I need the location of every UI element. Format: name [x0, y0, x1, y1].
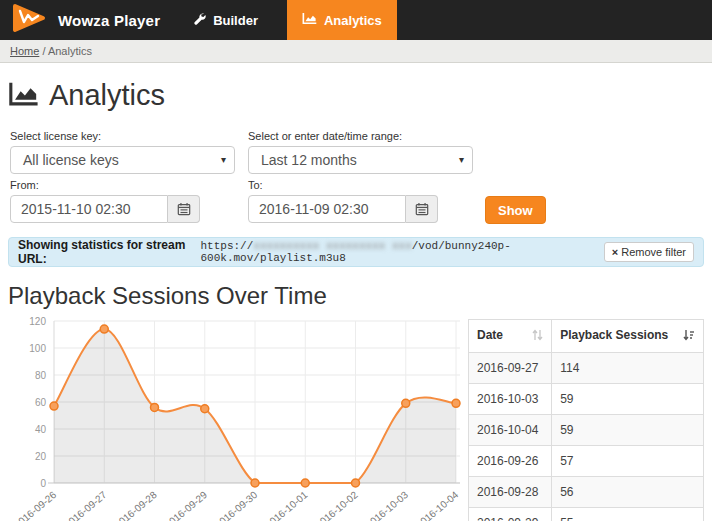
svg-text:2016-10-01: 2016-10-01 — [263, 489, 310, 521]
cell-date: 2016-10-03 — [469, 384, 552, 415]
area-chart-icon — [8, 81, 39, 111]
to-calendar-button[interactable] — [406, 195, 438, 223]
sort-both-icon — [532, 329, 543, 344]
license-key-select[interactable]: All license keys ▾ — [10, 146, 235, 174]
svg-text:2016-09-30: 2016-09-30 — [213, 489, 260, 521]
page-title-text: Analytics — [49, 79, 165, 112]
chevron-down-icon: ▾ — [221, 147, 226, 173]
date-range-select[interactable]: Last 12 months ▾ — [248, 146, 473, 174]
playback-sessions-chart: 0204060801001202016-09-262016-09-272016-… — [8, 315, 464, 521]
svg-text:2016-09-28: 2016-09-28 — [113, 489, 160, 521]
breadcrumb: Home / Analytics — [0, 40, 712, 63]
license-key-label: Select license key: — [10, 130, 235, 142]
breadcrumb-separator: / — [39, 45, 48, 57]
svg-text:2016-10-03: 2016-10-03 — [364, 489, 411, 521]
table-row: 2016-10-0459 — [469, 415, 704, 446]
breadcrumb-current: Analytics — [48, 45, 92, 57]
from-calendar-button[interactable] — [168, 195, 200, 223]
cell-date: 2016-09-26 — [469, 446, 552, 477]
cell-date: 2016-09-29 — [469, 508, 552, 521]
cell-sessions: 55 — [552, 508, 704, 521]
show-button[interactable]: Show — [485, 196, 546, 224]
sort-desc-icon — [683, 329, 695, 344]
svg-text:2016-09-29: 2016-09-29 — [163, 489, 210, 521]
sessions-table-body: 2016-09-271142016-10-03592016-10-0459201… — [469, 353, 704, 521]
cell-date: 2016-09-28 — [469, 477, 552, 508]
cell-sessions: 114 — [552, 353, 704, 384]
stream-url: https://xxxxxxxxxx xxxxxxxxx xxx/vod/bun… — [201, 240, 604, 264]
cell-sessions: 59 — [552, 415, 704, 446]
svg-text:2016-09-26: 2016-09-26 — [12, 489, 59, 521]
svg-text:80: 80 — [35, 370, 47, 381]
cell-date: 2016-09-27 — [469, 353, 552, 384]
svg-text:100: 100 — [29, 343, 46, 354]
wowza-logo-icon — [12, 3, 46, 37]
cell-date: 2016-10-04 — [469, 415, 552, 446]
from-date-input[interactable] — [10, 195, 168, 223]
chevron-down-icon: ▾ — [459, 147, 464, 173]
date-range-label: Select or enter date/time range: — [248, 130, 473, 142]
table-row: 2016-09-2856 — [469, 477, 704, 508]
cell-sessions: 59 — [552, 384, 704, 415]
sessions-table-wrap: Date Playback Sessio — [468, 319, 704, 521]
date-range-value: Last 12 months — [261, 152, 357, 168]
svg-text:2016-10-02: 2016-10-02 — [314, 489, 361, 521]
cell-sessions: 56 — [552, 477, 704, 508]
remove-filter-button[interactable]: ×Remove filter — [604, 242, 694, 262]
tab-builder[interactable]: Builder — [178, 0, 273, 40]
to-date-input[interactable] — [248, 195, 406, 223]
page-title: Analytics — [8, 79, 704, 112]
column-header-date[interactable]: Date — [469, 320, 552, 353]
svg-text:40: 40 — [35, 424, 47, 435]
table-row: 2016-10-0359 — [469, 384, 704, 415]
svg-text:120: 120 — [29, 316, 46, 327]
license-key-value: All license keys — [23, 152, 119, 168]
filters-panel: Select license key: All license keys ▾ S… — [8, 130, 704, 224]
sessions-table: Date Playback Sessio — [468, 319, 704, 521]
breadcrumb-home-link[interactable]: Home — [10, 45, 39, 57]
table-row: 2016-09-2657 — [469, 446, 704, 477]
brand[interactable]: Wowza Player — [0, 0, 160, 40]
notice-label: Showing statistics for stream URL: — [18, 238, 195, 266]
to-label: To: — [248, 179, 473, 191]
stream-filter-notice: Showing statistics for stream URL: https… — [8, 237, 704, 267]
wrench-icon — [193, 12, 206, 28]
column-header-playback-sessions[interactable]: Playback Sessions — [552, 320, 704, 353]
tab-analytics-label: Analytics — [324, 13, 382, 28]
svg-text:60: 60 — [35, 397, 47, 408]
table-row: 2016-09-2955 — [469, 508, 704, 521]
table-row: 2016-09-27114 — [469, 353, 704, 384]
svg-text:20: 20 — [35, 451, 47, 462]
area-chart-icon — [302, 12, 317, 28]
svg-text:0: 0 — [40, 478, 46, 489]
from-label: From: — [10, 179, 235, 191]
svg-text:2016-09-27: 2016-09-27 — [62, 489, 109, 521]
cell-sessions: 57 — [552, 446, 704, 477]
calendar-icon — [177, 202, 191, 216]
top-navbar: Wowza Player Builder Analytics — [0, 0, 712, 40]
brand-title: Wowza Player — [58, 12, 160, 29]
tab-builder-label: Builder — [213, 13, 258, 28]
calendar-icon — [415, 202, 429, 216]
section-title: Playback Sessions Over Time — [8, 282, 704, 310]
close-icon: × — [612, 246, 618, 258]
redacted-url-segment: xxxxxxxxxx xxxxxxxxx xxx — [253, 240, 411, 252]
svg-text:2016-10-04: 2016-10-04 — [414, 489, 461, 521]
tab-analytics[interactable]: Analytics — [287, 0, 397, 40]
